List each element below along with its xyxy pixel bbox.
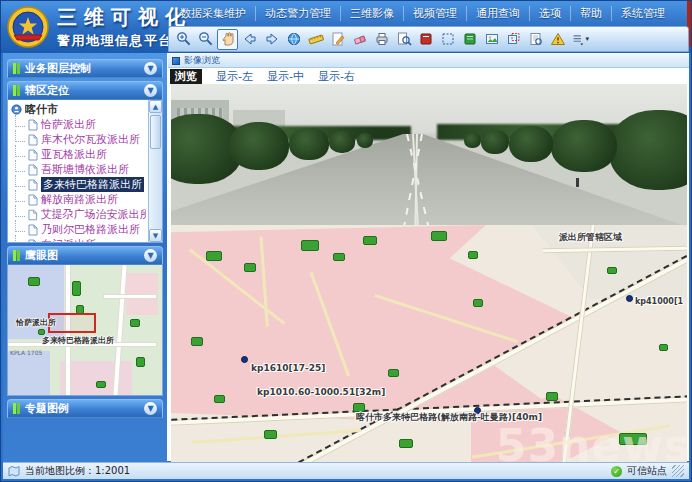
scroll-up-icon[interactable]: ▲ [149, 100, 162, 113]
scroll-down-icon[interactable]: ▼ [149, 229, 162, 242]
tree-item-station[interactable]: 艾提尕广场治安派出所 [11, 207, 146, 222]
green-accent-icon [13, 403, 16, 414]
pan-hand-icon[interactable] [217, 29, 238, 50]
map-marker-pin[interactable] [626, 295, 633, 302]
menu-bar: 数据采集维护 动态警力管理 三维影像 视频管理 通用查询 选项 帮助 系统管理 [171, 3, 674, 24]
overview-minimap[interactable]: 恰萨派出所 多来特巴格路派出所 KPLA 1705 [7, 265, 163, 396]
menu-item-options[interactable]: 选项 [530, 6, 571, 21]
scrollbar-thumb[interactable] [150, 115, 161, 149]
edit-pencil-icon[interactable] [327, 29, 348, 50]
marquee-select-icon[interactable] [437, 29, 458, 50]
document-icon [28, 224, 38, 236]
tree-item-station[interactable]: 乃则尔巴格路派出所 [11, 222, 146, 237]
map-green-patch [333, 253, 345, 261]
map-green-patch [244, 263, 256, 272]
eraser-icon[interactable] [349, 29, 370, 50]
viewer-tab-bar: 浏览 显示-左 显示-中 显示-右 [168, 68, 689, 84]
map-green-patch [619, 433, 647, 445]
police-badge-logo [6, 5, 50, 49]
map-label-kp1: kp1610[17-25] [251, 363, 326, 373]
scale-map-icon [8, 465, 20, 477]
photo-tree [229, 122, 289, 170]
status-bar: 当前地图比例：1:2001 ✓ 可信站点 [3, 462, 689, 479]
map-green-patch [546, 392, 558, 401]
panel-header-jurisdiction-locate[interactable]: 辖区定位 ▼ [7, 81, 163, 100]
tree-item-station-selected[interactable]: 多来特巴格路派出所 [11, 177, 146, 192]
brand-block: 三维可视化 警用地理信息平台 [6, 4, 192, 50]
green-accent-icon [13, 85, 16, 96]
tree-scrollbar[interactable]: ▲ ▼ [148, 100, 162, 242]
zoom-out-icon[interactable] [195, 29, 216, 50]
panel-title-legend: 专题图例 [25, 401, 69, 416]
document-icon [28, 239, 38, 244]
chevron-down-icon[interactable]: ▼ [144, 249, 157, 262]
menu-item-system[interactable]: 系统管理 [612, 6, 674, 21]
resize-grip[interactable] [672, 465, 684, 477]
tree-item-station[interactable]: 解放南路派出所 [11, 192, 146, 207]
chevron-down-icon[interactable]: ▼ [144, 62, 157, 75]
forward-arrow-icon[interactable] [261, 29, 282, 50]
clip-region-icon[interactable] [503, 29, 524, 50]
query-page-icon[interactable] [525, 29, 546, 50]
city-node-icon [11, 104, 22, 115]
tree-item-station[interactable]: 亚瓦格派出所 [11, 147, 146, 162]
menu-item-query[interactable]: 通用查询 [467, 6, 530, 21]
viewer-title: 影像浏览 [184, 54, 220, 67]
bookmark-red-book-icon[interactable] [415, 29, 436, 50]
image-view-icon[interactable] [481, 29, 502, 50]
tab-show-left[interactable]: 显示-左 [216, 69, 253, 84]
photo-tree [329, 131, 355, 153]
full-extent-globe-icon[interactable] [283, 29, 304, 50]
panel-title-jurisdiction-locate: 辖区定位 [25, 83, 69, 98]
print-icon[interactable] [371, 29, 392, 50]
find-search-icon[interactable] [393, 29, 414, 50]
tab-show-right[interactable]: 显示-右 [318, 69, 355, 84]
dropdown-caret-icon[interactable]: ▾ [585, 35, 589, 43]
tree-item-station[interactable]: 恰萨派出所 [11, 117, 146, 132]
measure-ruler-icon[interactable] [305, 29, 326, 50]
menu-item-police-force[interactable]: 动态警力管理 [256, 6, 341, 21]
tree-item-station[interactable]: 库木代尔瓦孜派出所 [11, 132, 146, 147]
document-icon [28, 119, 38, 131]
map-marker-pin[interactable] [241, 356, 248, 363]
tab-show-middle[interactable]: 显示-中 [267, 69, 304, 84]
viewer-panel-icon [172, 57, 180, 65]
menu-item-video[interactable]: 视频管理 [404, 6, 467, 21]
map-green-patch [206, 251, 222, 261]
map-label-jurisdiction: 派出所管辖区域 [559, 231, 622, 244]
menu-item-help[interactable]: 帮助 [571, 6, 612, 21]
photo-tree [551, 120, 617, 172]
menu-item-data-maintenance[interactable]: 数据采集维护 [171, 6, 256, 21]
map-label-marker-right: kp41000[1 [635, 297, 683, 306]
back-arrow-icon[interactable] [239, 29, 260, 50]
viewer-title-bar: 影像浏览 [168, 54, 689, 68]
trusted-check-icon: ✓ [611, 466, 622, 477]
map-toolbar: ▾ [168, 26, 689, 52]
street-photo-viewer[interactable] [171, 84, 687, 225]
map-green-patch [214, 395, 225, 403]
panel-header-legend[interactable]: 专题图例 ▼ [7, 399, 163, 418]
tree-item-station[interactable]: 吾斯塘博依派出所 [11, 162, 146, 177]
tree-root-city[interactable]: 喀什市 [11, 102, 146, 117]
map-green-patch [473, 299, 483, 307]
map-canvas[interactable]: kp1610[17-25] kp1010.60-1000.51[32m] 喀什市… [171, 225, 687, 463]
tab-browse[interactable]: 浏览 [170, 69, 202, 84]
photo-pedestrian [576, 178, 579, 187]
menu-item-3d-imagery[interactable]: 三维影像 [341, 6, 404, 21]
chevron-down-icon[interactable]: ▼ [144, 402, 157, 415]
map-label-road: 喀什市多来特巴格路(解放南路-吐曼路)[40m] [356, 411, 542, 424]
overview-label-station2: 多来特巴格路派出所 [42, 335, 114, 346]
layers-green-book-icon[interactable] [459, 29, 480, 50]
alert-warning-icon[interactable] [547, 29, 568, 50]
zoom-in-icon[interactable] [173, 29, 194, 50]
list-more-icon[interactable]: ▾ [569, 29, 590, 50]
panel-header-layer-control[interactable]: 业务图层控制 ▼ [7, 59, 163, 78]
map-green-patch [468, 251, 478, 259]
chevron-down-icon[interactable]: ▼ [144, 84, 157, 97]
document-icon [28, 194, 38, 206]
map-green-patch [659, 344, 668, 351]
panel-header-overview-map[interactable]: 鹰眼图 ▼ [7, 246, 163, 265]
sidebar: 业务图层控制 ▼ 辖区定位 ▼ 喀什市 恰萨派出所 库木代尔瓦孜派出所 亚瓦格派… [3, 53, 167, 463]
green-accent-icon [13, 250, 16, 261]
tree-item-station[interactable]: 东门派出所 [11, 237, 146, 243]
